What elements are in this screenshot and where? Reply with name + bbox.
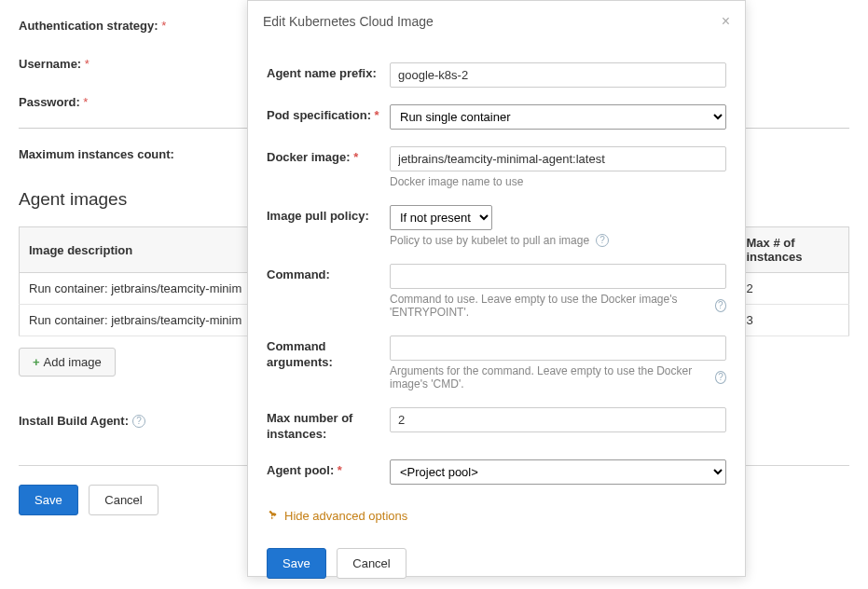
cmd-args-input[interactable]	[390, 336, 726, 361]
save-button[interactable]: Save	[19, 485, 78, 515]
required-marker: *	[375, 108, 379, 122]
plus-icon: +	[33, 355, 40, 369]
modal-save-button[interactable]: Save	[267, 548, 326, 579]
wrench-icon	[267, 509, 279, 524]
help-icon[interactable]: ?	[132, 415, 145, 428]
hide-advanced-options-link[interactable]: Hide advanced options	[267, 509, 407, 524]
add-image-label: Add image	[44, 355, 102, 369]
cmd-args-label: Command arguments:	[267, 336, 390, 371]
required-marker: *	[338, 463, 342, 477]
pod-spec-select[interactable]: Run single container	[390, 104, 726, 130]
agent-pool-label: Agent pool:	[267, 463, 334, 477]
close-icon[interactable]: ×	[722, 14, 730, 29]
docker-image-input[interactable]	[390, 146, 726, 171]
required-marker: *	[81, 57, 90, 71]
cell-max: 2	[737, 273, 849, 305]
command-label: Command:	[267, 264, 390, 283]
modal-cancel-button[interactable]: Cancel	[337, 548, 406, 579]
command-hint: Command to use. Leave empty to use the D…	[390, 293, 709, 319]
password-label: Password:	[19, 95, 80, 109]
max-instances-label: Maximum instances count:	[19, 147, 174, 161]
required-marker: *	[158, 19, 167, 33]
pull-policy-hint: Policy to use by kubelet to pull an imag…	[390, 234, 589, 247]
modal-title: Edit Kubernetes Cloud Image	[263, 14, 434, 29]
cmd-args-hint: Arguments for the command. Leave empty t…	[390, 364, 709, 390]
pull-policy-label: Image pull policy:	[267, 205, 390, 225]
agent-pool-select[interactable]: <Project pool>	[390, 459, 726, 485]
docker-image-label: Docker image:	[267, 150, 351, 164]
col-max-instances: Max # of instances	[737, 227, 849, 273]
required-marker: *	[353, 150, 358, 164]
username-label: Username:	[19, 57, 81, 71]
agent-prefix-input[interactable]	[390, 62, 726, 88]
help-icon[interactable]: ?	[715, 371, 726, 384]
docker-image-hint: Docker image name to use	[390, 175, 726, 188]
cancel-button[interactable]: Cancel	[89, 485, 158, 515]
agent-prefix-label: Agent name prefix:	[267, 62, 390, 82]
pull-policy-select[interactable]: If not present	[390, 205, 492, 230]
add-image-button[interactable]: + Add image	[19, 348, 116, 377]
command-input[interactable]	[390, 264, 726, 289]
required-marker: *	[80, 95, 89, 109]
help-icon[interactable]: ?	[596, 234, 609, 247]
max-instances-input[interactable]	[390, 407, 726, 432]
edit-cloud-image-modal: Edit Kubernetes Cloud Image × Agent name…	[247, 0, 746, 577]
cell-max: 3	[737, 305, 849, 336]
help-icon[interactable]: ?	[715, 299, 726, 312]
advanced-options-label: Hide advanced options	[284, 509, 407, 523]
max-instances-label: Max number of instances:	[267, 407, 390, 443]
install-agent-label: Install Build Agent:	[19, 414, 129, 428]
auth-strategy-label: Authentication strategy:	[19, 19, 158, 33]
pod-spec-label: Pod specification:	[267, 108, 371, 122]
